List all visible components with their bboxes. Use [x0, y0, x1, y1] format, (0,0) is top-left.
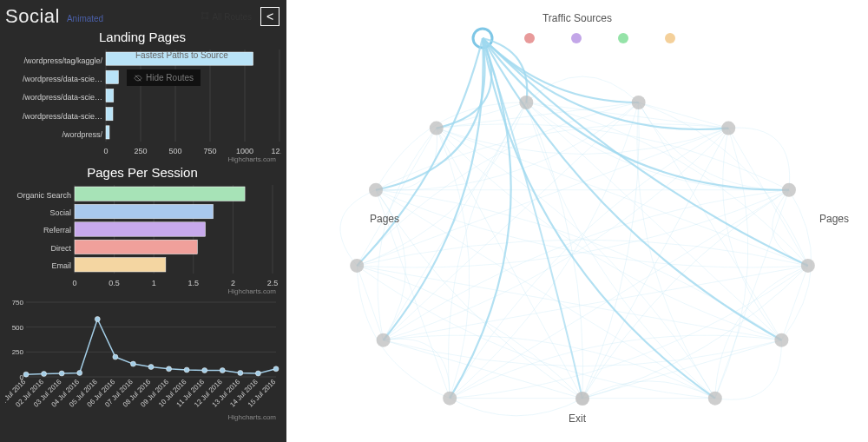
svg-point-84	[571, 33, 582, 43]
svg-point-87	[519, 96, 533, 109]
svg-rect-38	[75, 222, 205, 236]
svg-point-72	[113, 354, 118, 360]
svg-rect-40	[75, 240, 197, 254]
routes-icon	[201, 11, 209, 22]
svg-point-68	[42, 372, 47, 377]
svg-point-90	[350, 259, 364, 273]
landing-pages-title: Landing Pages	[5, 30, 279, 44]
svg-point-78	[220, 368, 225, 373]
svg-rect-20	[106, 126, 109, 139]
label-pages-right: Pages	[819, 213, 849, 225]
svg-rect-34	[75, 187, 245, 201]
svg-point-86	[665, 33, 675, 43]
svg-text:250: 250	[12, 348, 24, 356]
svg-point-92	[443, 392, 457, 406]
svg-text:250: 250	[134, 147, 147, 155]
chart-credit[interactable]: Highcharts.com	[5, 155, 279, 163]
pps-chart: Pages Per Session 00.511.522.5Organic Se…	[5, 165, 279, 295]
svg-text:1.5: 1.5	[188, 279, 200, 287]
svg-rect-18	[106, 108, 113, 121]
eye-off-icon	[134, 74, 142, 82]
chart-credit[interactable]: Highcharts.com	[5, 413, 279, 421]
svg-point-97	[774, 333, 788, 347]
landing-pages-svg: 0250500750100012…/wordpress/tag/kaggle//…	[5, 46, 281, 159]
all-routes-label: All Routes	[212, 12, 252, 22]
svg-text:1: 1	[152, 279, 156, 287]
svg-point-89	[369, 183, 383, 197]
svg-text:0.5: 0.5	[108, 279, 120, 287]
label-traffic-sources: Traffic Sources	[542, 12, 612, 24]
timeline-chart: 025050075001 Jul 201602 Jul 201603 Jul 2…	[5, 297, 279, 421]
svg-text:/wordpress/data-scie…: /wordpress/data-scie…	[23, 93, 102, 102]
svg-point-76	[184, 367, 189, 373]
svg-text:0: 0	[72, 279, 76, 287]
svg-point-83	[524, 33, 535, 43]
timeline-svg: 025050075001 Jul 201602 Jul 201603 Jul 2…	[5, 297, 281, 417]
svg-point-77	[202, 368, 207, 373]
collapse-button[interactable]: <	[260, 7, 279, 26]
svg-text:0: 0	[103, 147, 108, 155]
svg-point-98	[708, 392, 722, 406]
svg-point-96	[801, 259, 815, 273]
svg-text:Referral: Referral	[43, 226, 71, 234]
network-panel[interactable]: Traffic Sources Pages Pages Exit	[286, 0, 868, 442]
svg-text:500: 500	[168, 147, 181, 155]
svg-point-69	[59, 371, 64, 376]
svg-text:12…: 12…	[271, 147, 281, 155]
svg-text:750: 750	[203, 147, 216, 155]
svg-point-67	[23, 372, 29, 377]
svg-text:/wordpress/data-scie…: /wordpress/data-scie…	[23, 75, 102, 83]
svg-text:2.5: 2.5	[267, 279, 279, 287]
svg-text:1000: 1000	[236, 147, 253, 155]
svg-text:Direct: Direct	[50, 244, 71, 253]
hide-routes-button[interactable]: Hide Routes	[127, 69, 201, 86]
svg-text:Email: Email	[51, 261, 71, 270]
svg-point-99	[575, 392, 589, 406]
svg-point-95	[782, 183, 796, 197]
svg-point-80	[255, 371, 260, 376]
svg-point-91	[377, 333, 391, 347]
svg-point-73	[130, 361, 135, 366]
sidebar-panel: Social Animated All Routes < Landing Pag…	[0, 0, 286, 442]
svg-point-85	[618, 33, 628, 43]
svg-text:Social: Social	[49, 208, 71, 217]
pps-svg: 00.511.522.5Organic SearchSocialReferral…	[5, 181, 281, 291]
svg-text:Organic Search: Organic Search	[16, 191, 71, 200]
hide-routes-label: Hide Routes	[146, 73, 194, 82]
chevron-left-icon: <	[266, 10, 273, 23]
svg-text:/wordpress/data-scie…: /wordpress/data-scie…	[23, 112, 102, 121]
svg-point-71	[95, 316, 100, 321]
animated-label[interactable]: Animated	[67, 14, 103, 23]
svg-point-75	[167, 366, 172, 372]
svg-point-81	[273, 366, 279, 372]
landing-pages-chart: Landing Pages Fastest Paths to Source Hi…	[5, 30, 279, 163]
svg-point-88	[430, 122, 444, 135]
pps-title: Pages Per Session	[5, 165, 279, 180]
svg-point-93	[632, 96, 646, 109]
label-pages-left: Pages	[370, 213, 399, 225]
svg-text:/wordpress/tag/kaggle/: /wordpress/tag/kaggle/	[23, 56, 102, 65]
sidebar-header: Social Animated All Routes <	[5, 5, 279, 28]
svg-rect-42	[75, 258, 166, 272]
page-title: Social	[5, 5, 60, 28]
svg-text:500: 500	[12, 324, 24, 332]
svg-text:/wordpress/: /wordpress/	[62, 130, 102, 139]
label-exit: Exit	[569, 412, 586, 425]
svg-text:750: 750	[12, 299, 24, 307]
svg-point-74	[148, 365, 154, 370]
svg-rect-16	[106, 89, 114, 102]
svg-point-79	[238, 370, 243, 375]
svg-point-70	[77, 370, 82, 375]
fastest-paths-overlay: Fastest Paths to Source	[135, 50, 228, 60]
chart-credit[interactable]: Highcharts.com	[5, 287, 279, 295]
all-routes-button[interactable]: All Routes	[201, 11, 252, 22]
svg-point-94	[721, 122, 735, 135]
svg-rect-36	[75, 204, 214, 218]
svg-rect-14	[106, 70, 118, 83]
svg-text:2: 2	[231, 279, 235, 287]
